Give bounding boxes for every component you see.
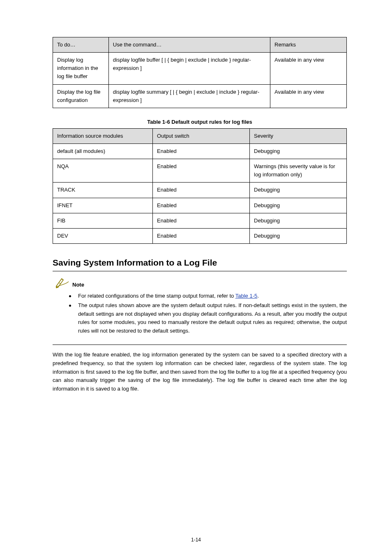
table1-cell: Available in any view (270, 84, 347, 108)
table-row: DEV Enabled Debugging (53, 228, 347, 243)
section-rule (53, 271, 347, 271)
note-pencil-icon (55, 277, 70, 289)
table1-cell: display logfile summary [ | { begin | ex… (108, 84, 270, 108)
table2-cell: FIB (53, 213, 153, 228)
table2-header-modules: Information source modules (53, 128, 153, 143)
command-reference-table: To do… Use the command… Remarks Display … (53, 37, 347, 108)
table2-header-severity: Severity (250, 128, 347, 143)
list-item: For related configurations of the time s… (69, 292, 347, 301)
table1-cell: Display the log file configuration (53, 84, 109, 108)
table2-cell: TRACK (53, 183, 153, 198)
note-label: Note (72, 282, 84, 289)
table-row: Display log information in the log file … (53, 53, 347, 84)
table2-cell: Warnings (this severity value is for log… (250, 159, 347, 183)
table-row: IFNET Enabled Debugging (53, 198, 347, 213)
table1-header-todo: To do… (53, 37, 109, 53)
table-row: TRACK Enabled Debugging (53, 183, 347, 198)
table1-cell: display logfile buffer [ | { begin | exc… (108, 53, 270, 84)
table2-cell: Debugging (250, 183, 347, 198)
table2-cell: default (all modules) (53, 143, 153, 159)
note-item-pre: For related configurations of the time s… (78, 293, 235, 299)
table2-cell: DEV (53, 228, 153, 243)
note-block: Note For related configurations of the t… (53, 277, 347, 335)
table2-cell: Debugging (250, 143, 347, 159)
list-item: The output rules shown above are the sys… (69, 301, 347, 335)
table1-header-command: Use the command… (108, 37, 270, 53)
table2-cell: Enabled (153, 213, 250, 228)
section-heading: Saving System Information to a Log File (53, 258, 347, 268)
table-row: Display the log file configuration displ… (53, 84, 347, 108)
table2-cell: NQA (53, 159, 153, 183)
body-paragraph: With the log file feature enabled, the l… (53, 351, 347, 393)
table1-header-remarks: Remarks (270, 37, 347, 53)
page-number: 1-14 (0, 537, 392, 543)
table2-cell: Enabled (153, 143, 250, 159)
table1-cell: Available in any view (270, 53, 347, 84)
note-bottom-rule (53, 345, 347, 345)
table2-cell: Enabled (153, 228, 250, 243)
output-rules-table: Information source modules Output switch… (53, 128, 347, 244)
table2-cell: Enabled (153, 198, 250, 213)
table2-caption: Table 1-6 Default output rules for log f… (53, 119, 347, 125)
table2-cell: IFNET (53, 198, 153, 213)
table1-cell: Display log information in the log file … (53, 53, 109, 84)
table-row: FIB Enabled Debugging (53, 213, 347, 228)
table-row: default (all modules) Enabled Debugging (53, 143, 347, 159)
table-row: NQA Enabled Warnings (this severity valu… (53, 159, 347, 183)
table2-cell: Enabled (153, 159, 250, 183)
table2-cell: Debugging (250, 213, 347, 228)
table2-cell: Debugging (250, 198, 347, 213)
table2-header-switch: Output switch (153, 128, 250, 143)
table2-cell: Debugging (250, 228, 347, 243)
note-link-table[interactable]: Table 1-5 (235, 293, 257, 299)
table2-cell: Enabled (153, 183, 250, 198)
note-item-post: . (257, 293, 259, 299)
